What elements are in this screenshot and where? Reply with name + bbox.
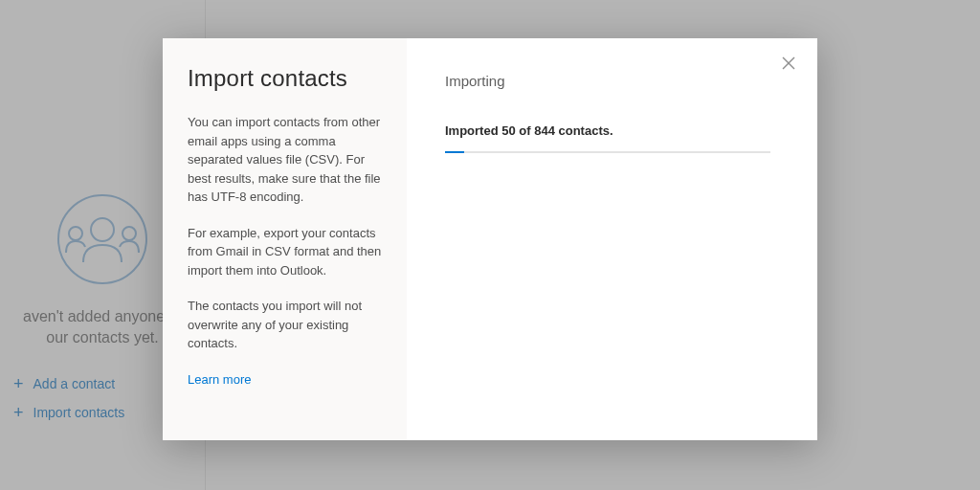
dialog-info-pane: Import contacts You can import contacts … bbox=[163, 38, 407, 440]
dialog-paragraph: You can import contacts from other email… bbox=[188, 113, 382, 207]
import-contacts-dialog: Import contacts You can import contacts … bbox=[163, 38, 817, 440]
dialog-progress-pane: Importing Imported 50 of 844 contacts. bbox=[407, 38, 817, 440]
dialog-paragraph: For example, export your contacts from G… bbox=[188, 224, 382, 280]
dialog-paragraph: The contacts you import will not overwri… bbox=[188, 297, 382, 353]
progress-bar-fill bbox=[445, 151, 464, 153]
import-status-text: Imported 50 of 844 contacts. bbox=[445, 123, 779, 138]
dialog-title: Import contacts bbox=[188, 65, 382, 92]
importing-heading: Importing bbox=[445, 73, 779, 89]
progress-bar bbox=[445, 151, 770, 153]
learn-more-link[interactable]: Learn more bbox=[188, 372, 251, 387]
close-button[interactable] bbox=[777, 52, 800, 75]
close-icon bbox=[782, 56, 795, 70]
